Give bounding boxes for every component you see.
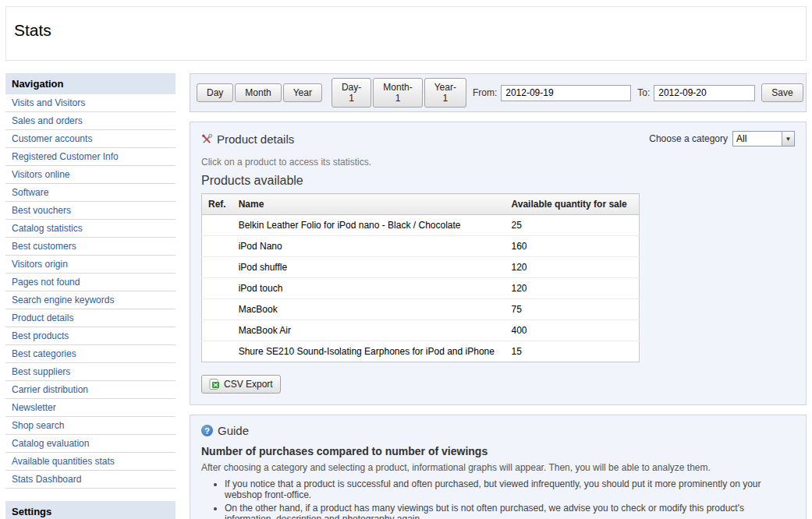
product-ref xyxy=(202,278,232,299)
sidebar: Navigation Visits and Visitors Sales and… xyxy=(5,73,176,519)
sidebar-item-software[interactable]: Software xyxy=(5,184,176,202)
sidebar-link[interactable]: Catalog statistics xyxy=(12,223,83,234)
sidebar-item-visits-and-visitors[interactable]: Visits and Visitors xyxy=(5,94,176,112)
sidebar-item-product-details[interactable]: Product details xyxy=(5,309,176,327)
table-row[interactable]: iPod touch 120 xyxy=(202,278,640,299)
from-date-input[interactable] xyxy=(501,85,631,101)
sidebar-link[interactable]: Catalog evaluation xyxy=(12,438,89,449)
product-name[interactable]: iPod touch xyxy=(232,278,505,299)
sidebar-link[interactable]: Pages not found xyxy=(12,277,80,288)
product-quantity: 400 xyxy=(505,320,640,341)
year-minus-1-button[interactable]: Year-1 xyxy=(424,78,466,108)
sidebar-item-stats-dashboard[interactable]: Stats Dashboard xyxy=(5,471,176,489)
product-quantity: 75 xyxy=(505,299,640,320)
product-ref xyxy=(202,320,232,341)
sidebar-item-carrier-distribution[interactable]: Carrier distribution xyxy=(5,381,176,399)
sidebar-item-available-quantities-stats[interactable]: Available quantities stats xyxy=(5,453,176,471)
sidebar-item-best-customers[interactable]: Best customers xyxy=(5,238,176,256)
table-row[interactable]: iPod Nano 160 xyxy=(202,236,640,257)
table-row[interactable]: MacBook 75 xyxy=(202,299,640,320)
sidebar-link[interactable]: Available quantities stats xyxy=(12,456,115,467)
sidebar-link[interactable]: Customer accounts xyxy=(12,133,92,144)
product-ref xyxy=(202,236,232,257)
to-label: To: xyxy=(637,87,650,98)
sidebar-item-best-products[interactable]: Best products xyxy=(5,327,176,345)
sidebar-item-best-suppliers[interactable]: Best suppliers xyxy=(5,363,176,381)
page-title: Stats xyxy=(14,21,798,40)
sidebar-item-pages-not-found[interactable]: Pages not found xyxy=(5,274,176,291)
product-quantity: 120 xyxy=(505,278,640,299)
category-selected-value: All xyxy=(733,132,782,146)
csv-icon xyxy=(209,379,220,390)
navigation-header: Navigation xyxy=(5,73,176,94)
sidebar-item-catalog-evaluation[interactable]: Catalog evaluation xyxy=(5,435,176,453)
table-row[interactable]: MacBook Air 400 xyxy=(202,320,640,341)
settings-header: Settings xyxy=(5,501,176,519)
year-button[interactable]: Year xyxy=(283,83,322,102)
month-minus-1-button[interactable]: Month-1 xyxy=(373,78,422,108)
table-row[interactable]: Belkin Leather Folio for iPod nano - Bla… xyxy=(202,215,640,236)
product-details-panel: Product details Choose a category All ▼ … xyxy=(190,122,807,405)
sidebar-link[interactable]: Search engine keywords xyxy=(12,295,114,305)
save-button[interactable]: Save xyxy=(761,83,803,102)
sidebar-link[interactable]: Carrier distribution xyxy=(12,384,88,395)
question-mark-icon: ? xyxy=(201,425,213,436)
sidebar-item-best-categories[interactable]: Best categories xyxy=(5,345,176,363)
sidebar-item-search-engine-keywords[interactable]: Search engine keywords xyxy=(5,291,176,309)
product-ref xyxy=(202,215,232,236)
product-name[interactable]: MacBook Air xyxy=(232,320,505,341)
product-details-icon xyxy=(201,133,213,145)
sidebar-link[interactable]: Product details xyxy=(12,312,73,323)
ref-column-header: Ref. xyxy=(202,194,232,215)
table-row[interactable]: Shure SE210 Sound-Isolating Earphones fo… xyxy=(202,341,640,362)
navigation-list: Visits and Visitors Sales and orders Cus… xyxy=(5,94,176,489)
product-name[interactable]: Shure SE210 Sound-Isolating Earphones fo… xyxy=(232,341,505,362)
product-quantity: 15 xyxy=(505,341,640,362)
month-button[interactable]: Month xyxy=(235,83,281,102)
to-date-input[interactable] xyxy=(654,85,755,101)
sidebar-item-customer-accounts[interactable]: Customer accounts xyxy=(5,130,176,148)
sidebar-link[interactable]: Visits and Visitors xyxy=(12,97,85,108)
guide-panel: ? Guide Number of purchases compared to … xyxy=(190,415,807,519)
sidebar-link[interactable]: Shop search xyxy=(12,420,64,431)
sidebar-item-registered-customer-info[interactable]: Registered Customer Info xyxy=(5,148,176,166)
product-name[interactable]: iPod Nano xyxy=(232,236,505,257)
guide-title: Guide xyxy=(218,424,249,437)
sidebar-link[interactable]: Best suppliers xyxy=(12,366,70,377)
sidebar-item-sales-and-orders[interactable]: Sales and orders xyxy=(5,112,176,130)
products-available-heading: Products available xyxy=(201,174,795,188)
sidebar-item-catalog-statistics[interactable]: Catalog statistics xyxy=(5,220,176,238)
sidebar-item-best-vouchers[interactable]: Best vouchers xyxy=(5,202,176,220)
product-ref xyxy=(202,299,232,320)
sidebar-link[interactable]: Software xyxy=(12,187,48,198)
product-name[interactable]: iPod shuffle xyxy=(232,257,505,278)
day-button[interactable]: Day xyxy=(197,83,233,102)
product-name[interactable]: MacBook xyxy=(232,299,505,320)
guide-bullet-list: If you notice that a product is successf… xyxy=(225,478,795,519)
sidebar-link[interactable]: Stats Dashboard xyxy=(12,474,81,485)
main-content: Day Month Year Day-1 Month-1 Year-1 From… xyxy=(190,73,807,519)
sidebar-item-shop-search[interactable]: Shop search xyxy=(5,417,176,435)
sidebar-item-newsletter[interactable]: Newsletter xyxy=(5,399,176,417)
sidebar-link[interactable]: Registered Customer Info xyxy=(12,151,119,162)
sidebar-link[interactable]: Best categories xyxy=(12,348,76,359)
quantity-column-header: Available quantity for sale xyxy=(505,194,640,215)
sidebar-link[interactable]: Best vouchers xyxy=(12,205,71,216)
chevron-down-icon: ▼ xyxy=(782,132,794,146)
category-select[interactable]: All ▼ xyxy=(732,131,795,147)
sidebar-link[interactable]: Best customers xyxy=(12,241,76,252)
products-table: Ref. Name Available quantity for sale Be… xyxy=(201,193,640,362)
sidebar-link[interactable]: Best products xyxy=(12,330,69,341)
product-ref xyxy=(202,341,232,362)
sidebar-link[interactable]: Visitors origin xyxy=(12,259,68,270)
table-row[interactable]: iPod shuffle 120 xyxy=(202,257,640,278)
guide-bullet: If you notice that a product is successf… xyxy=(225,478,795,500)
day-minus-1-button[interactable]: Day-1 xyxy=(332,78,371,108)
sidebar-item-visitors-origin[interactable]: Visitors origin xyxy=(5,256,176,274)
sidebar-link[interactable]: Sales and orders xyxy=(12,115,83,126)
csv-export-button[interactable]: CSV Export xyxy=(201,375,281,394)
sidebar-link[interactable]: Newsletter xyxy=(12,402,56,413)
sidebar-item-visitors-online[interactable]: Visitors online xyxy=(5,166,176,184)
sidebar-link[interactable]: Visitors online xyxy=(12,169,69,180)
product-name[interactable]: Belkin Leather Folio for iPod nano - Bla… xyxy=(232,215,505,236)
